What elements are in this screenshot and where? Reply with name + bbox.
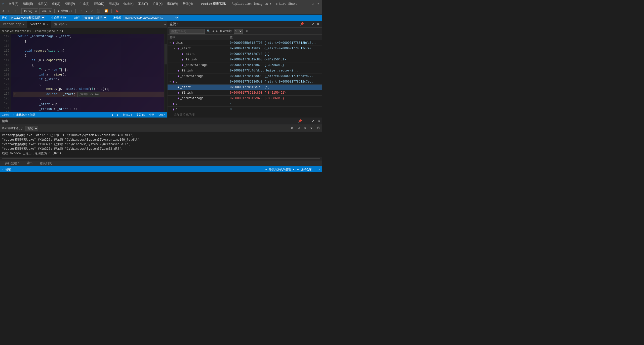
watch-close-btn[interactable]: ✕ (316, 22, 320, 26)
watch-float-btn[interactable]: ⤢ (311, 22, 315, 26)
menu-item-11[interactable]: 窗口(W) (165, 1, 180, 7)
watch-row-a[interactable]: ⧫a4int (168, 101, 322, 107)
output-clock-btn[interactable]: ⏱ (317, 126, 320, 130)
menu-item-1[interactable]: 编辑(E) (21, 1, 35, 7)
tab-label-vector-h: vector.h (30, 23, 45, 26)
scroll-right-btn[interactable]: ▶ (117, 113, 119, 117)
add-watch[interactable]: 添加要监视的项 (168, 112, 322, 118)
select-repo-btn[interactable]: ⊕ 选择仓库... ▾ (297, 168, 320, 171)
menu-item-9[interactable]: 工具(T) (136, 1, 150, 7)
output-wrap-btn[interactable]: ⏎ (298, 126, 300, 130)
process-select[interactable]: [40112] vector模拟实现 (9, 15, 45, 20)
tab-source-cpp[interactable]: 源.cpp ✕ (51, 21, 71, 28)
bookmark-btn[interactable]: 🔖 (114, 9, 120, 13)
search-icon: 🔍 (207, 29, 210, 33)
output-panel: 输出 📌 — ⤢ ✕ 显示输出来源(S): 调试 🗑 ⏎ ⧉ ⏷ ⏱ vecto… (0, 118, 322, 166)
code-editor[interactable]: 1121131141151161171181191201211221231241… (0, 34, 167, 112)
watch-minimize-btn[interactable]: — (306, 22, 310, 26)
tab-close-vector-h[interactable]: ✕ (47, 23, 48, 26)
output-float-btn[interactable]: ⤢ (312, 119, 314, 123)
watch-options-btn[interactable]: ⋮ (250, 29, 253, 33)
menu-item-6[interactable]: 调试(D) (92, 1, 106, 7)
menu-item-12[interactable]: 帮助(H) (181, 1, 195, 7)
step-out-btn[interactable]: ↗ (90, 9, 95, 13)
stop-btn[interactable]: ⬛ (95, 9, 102, 13)
search-nav-back[interactable]: ◀ (212, 29, 214, 33)
menu-item-4[interactable]: 项目(P) (63, 1, 77, 7)
minimap-thumb[interactable] (165, 44, 167, 64)
output-filter-btn[interactable]: ⏷ (310, 126, 313, 130)
step-into-btn[interactable]: ↘ (84, 9, 89, 13)
output-close-btn[interactable]: ✕ (318, 119, 320, 123)
bottom-tab-1[interactable]: 输出 (24, 161, 36, 166)
maximize-button[interactable]: □ (311, 2, 314, 6)
watch-row-n[interactable]: ⧫n8unsigned __int64 (168, 107, 322, 112)
watch-row-_finish_1_1[interactable]: ⧫_finish0x000001778512c808 {-842150451}i… (168, 57, 322, 62)
output-body[interactable]: vector模拟实现.exe (Win32): 已加载 'C:\Windows\… (0, 132, 322, 157)
watch-row-_start_p[interactable]: ⧫_start0x000001778512c7e0 {1}int * (168, 85, 322, 90)
output-copy-btn[interactable]: ⧉ (304, 127, 306, 130)
watch-row-_eos_p[interactable]: ⧫_endOfStorage0x000001778512c820 {-33686… (168, 96, 322, 101)
tab-vector-h[interactable]: vector.h ✕ (27, 21, 51, 28)
scroll-left-btn[interactable]: ◀ (111, 113, 113, 117)
add-source-btn[interactable]: ⊕ 添加到源代码管理 ▾ (265, 168, 294, 171)
thread-select[interactable]: [43456] 主线程 (82, 15, 107, 20)
watch-expand-btn[interactable]: ⊞ (246, 29, 248, 33)
stack-select[interactable]: baiye::vector<baiye::vector<i... (123, 15, 179, 20)
token-var: _endOfStorage (30, 35, 54, 38)
watch-row-_finish_1[interactable]: ⧫_finish0x00000177fdfdfd... baiye::vecto… (168, 68, 322, 73)
minimize-button[interactable]: — (305, 2, 309, 6)
bottom-tab-0[interactable]: 并行监视 1 (2, 161, 23, 166)
output-minimize-btn[interactable]: — (306, 120, 308, 123)
watch-expand-icon-this[interactable]: ▾ (170, 42, 173, 44)
output-source-select[interactable]: 调试 (25, 126, 38, 131)
menu-item-10[interactable]: 扩展(X) (150, 1, 165, 7)
editor-settings-btn[interactable]: ⚙ (163, 22, 167, 26)
watch-expand-icon-_start_1[interactable]: ▾ (174, 47, 177, 50)
watch-row-p[interactable]: ▾⧫p0x000001778513d5b8 {_start=0x00000177… (168, 79, 322, 85)
output-scroll-x[interactable] (0, 157, 322, 160)
menu-item-0[interactable]: 文件(F) (7, 1, 20, 7)
menu-item-3[interactable]: Git(G) (50, 2, 62, 6)
tab-close-source-cpp[interactable]: ✕ (66, 23, 68, 26)
toolbar-back-btn[interactable]: ⟵ (7, 9, 12, 13)
restart-btn[interactable]: 🔁 (103, 9, 109, 13)
line-number-118: 118 (2, 63, 9, 68)
token-kw: return (17, 35, 28, 38)
watch-search-input[interactable] (170, 29, 205, 34)
tab-vector-cpp[interactable]: vector.cpp ✕ (0, 21, 27, 28)
watch-row-_start_1[interactable]: ▾⧫_start0x000001778512bfa8 {_start=0x000… (168, 46, 322, 51)
watch-expand-icon-p[interactable]: ▾ (170, 80, 173, 83)
depth-select[interactable]: 3 (234, 29, 243, 34)
menu-item-8[interactable]: 分析(N) (121, 1, 136, 7)
menu-item-5[interactable]: 生成(B) (77, 1, 92, 7)
platform-select[interactable]: x64 (39, 8, 52, 14)
toolbar-fwd-btn[interactable]: ⟶ (12, 9, 17, 13)
tab-close-vector-cpp[interactable]: ✕ (23, 23, 24, 26)
close-button[interactable]: ✕ (316, 2, 320, 6)
watch-var-name-_finish_1: _finish (180, 69, 193, 72)
output-pin-btn[interactable]: 📌 (298, 119, 302, 123)
token-fn: capacity (46, 59, 61, 62)
continue-button[interactable]: ▶ 继续(C) (57, 9, 73, 13)
watch-row-_start_1_1[interactable]: ⧫_start0x000001778512c7e0 {1}int * (168, 51, 322, 57)
debug-mode-select[interactable]: Debug (21, 8, 38, 14)
watch-row-_eos_1[interactable]: ⧫_endOfStorage0x000001778512c008 {_start… (168, 73, 322, 79)
watch-pin-btn[interactable]: 📌 (299, 22, 305, 26)
code-line-124: ➤ delete[] _start;已用时间 <= 4ms (13, 92, 164, 97)
watch-var-name-_start_p: _start (180, 86, 191, 89)
line-numbers: 1121131141151161171181191201211221231241… (0, 34, 11, 112)
watch-row-this[interactable]: ▾⧫this0x00000055e818f708 {_start=0x00000… (168, 40, 322, 46)
watch-row-_eos_1_1[interactable]: ⧫_endOfStorage0x000001778512c820 {-33686… (168, 62, 322, 68)
search-nav-fwd[interactable]: ▶ (216, 29, 218, 33)
insights-button[interactable]: Application Insights ▾ (232, 2, 271, 6)
bottom-tab-2[interactable]: 错误列表 (37, 161, 55, 166)
liveshare-button[interactable]: ⇄ Live Share (276, 2, 297, 6)
line-info: 行:124 (123, 113, 132, 117)
menu-item-2[interactable]: 视图(V) (35, 1, 50, 7)
toolbar-refresh-btn[interactable]: ↺ (1, 9, 6, 13)
watch-row-_finish_p[interactable]: ⧫_finish0x000001778512c808 {-842150451}i… (168, 90, 322, 96)
step-over-btn[interactable]: ⤻ (78, 9, 83, 13)
menu-item-7[interactable]: 测试(S) (107, 1, 121, 7)
output-clear-btn[interactable]: 🗑 (291, 126, 294, 130)
